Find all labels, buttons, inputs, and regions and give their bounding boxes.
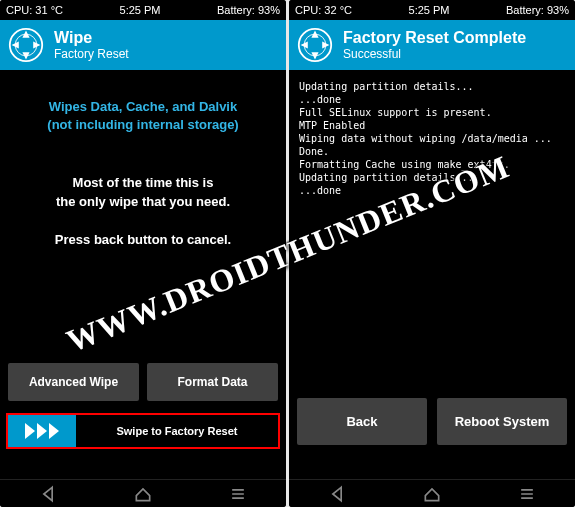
page-title: Wipe — [54, 29, 129, 47]
screen-wipe: CPU: 31 °C 5:25 PM Battery: 93% Wipe Fac… — [0, 0, 286, 507]
status-cpu: CPU: 31 °C — [6, 4, 63, 16]
back-button[interactable]: Back — [297, 398, 427, 445]
nav-home-icon[interactable] — [133, 484, 153, 504]
nav-menu-icon[interactable] — [228, 484, 248, 504]
status-time: 5:25 PM — [409, 4, 450, 16]
header: Factory Reset Complete Successful — [289, 20, 575, 70]
nav-menu-icon[interactable] — [517, 484, 537, 504]
twrp-icon — [297, 27, 333, 63]
wipe-info-line1: Wipes Data, Cache, and Dalvik — [8, 98, 278, 116]
info-line1: Most of the time this is — [8, 174, 278, 192]
arrow-right-icon — [25, 423, 35, 439]
nav-back-icon[interactable] — [38, 484, 58, 504]
reboot-system-button[interactable]: Reboot System — [437, 398, 567, 445]
arrow-right-icon — [37, 423, 47, 439]
nav-home-icon[interactable] — [422, 484, 442, 504]
screen-complete: CPU: 32 °C 5:25 PM Battery: 93% Factory … — [289, 0, 575, 507]
swipe-handle[interactable] — [8, 415, 76, 447]
content-area: Updating partition details... ...done Fu… — [289, 70, 575, 479]
wipe-info-line2: (not including internal storage) — [8, 116, 278, 134]
status-battery: Battery: 93% — [217, 4, 280, 16]
status-bar: CPU: 32 °C 5:25 PM Battery: 93% — [289, 0, 575, 20]
content-area: Wipes Data, Cache, and Dalvik (not inclu… — [0, 70, 286, 479]
page-subtitle: Factory Reset — [54, 47, 129, 61]
page-title: Factory Reset Complete — [343, 29, 526, 47]
swipe-label: Swipe to Factory Reset — [76, 425, 278, 437]
twrp-icon — [8, 27, 44, 63]
nav-bar — [289, 479, 575, 507]
nav-back-icon[interactable] — [327, 484, 347, 504]
status-battery: Battery: 93% — [506, 4, 569, 16]
status-bar: CPU: 31 °C 5:25 PM Battery: 93% — [0, 0, 286, 20]
page-subtitle: Successful — [343, 47, 526, 61]
info-line2: the only wipe that you need. — [8, 193, 278, 211]
header: Wipe Factory Reset — [0, 20, 286, 70]
swipe-slider-container: Swipe to Factory Reset — [6, 413, 280, 449]
cancel-hint: Press back button to cancel. — [8, 231, 278, 249]
advanced-wipe-button[interactable]: Advanced Wipe — [8, 363, 139, 401]
nav-bar — [0, 479, 286, 507]
status-cpu: CPU: 32 °C — [295, 4, 352, 16]
arrow-right-icon — [49, 423, 59, 439]
log-output: Updating partition details... ...done Fu… — [297, 78, 567, 199]
status-time: 5:25 PM — [120, 4, 161, 16]
format-data-button[interactable]: Format Data — [147, 363, 278, 401]
